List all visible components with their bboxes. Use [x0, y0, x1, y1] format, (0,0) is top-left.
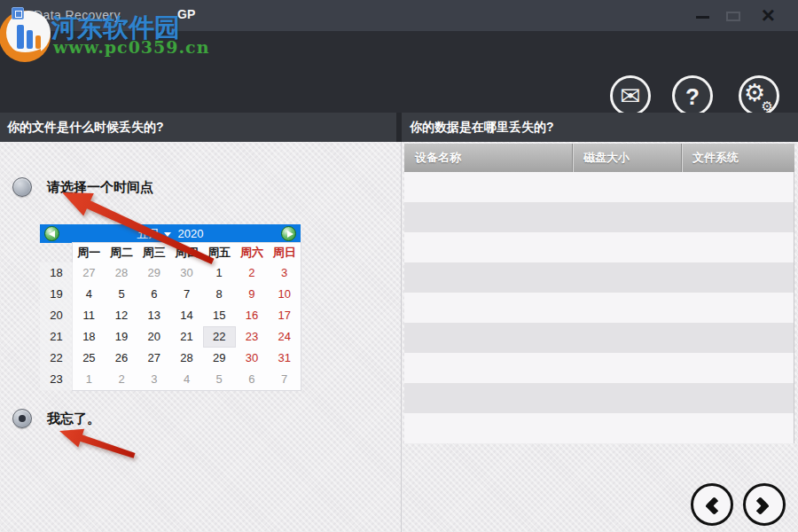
weekday-label: 周四 [170, 243, 203, 262]
calendar-day[interactable]: 28 [106, 262, 138, 284]
table-row [404, 293, 794, 323]
calendar-day[interactable]: 1 [73, 369, 106, 390]
calendar-day[interactable]: 30 [170, 262, 203, 284]
calendar-week-row: 25262728293031 [73, 348, 301, 369]
table-row [404, 383, 794, 413]
calendar-day[interactable]: 22 [203, 326, 236, 348]
weekday-row: 周一周二周三周四周五周六周日 [73, 243, 301, 262]
chevron-right-icon [751, 497, 770, 515]
calendar-day[interactable]: 6 [137, 284, 170, 305]
calendar-day[interactable]: 21 [170, 326, 203, 348]
calendar-day[interactable]: 7 [268, 369, 301, 390]
week-number: 21 [40, 326, 73, 348]
calendar-week-row: 45678910 [73, 284, 301, 305]
column-header-device-name[interactable]: 设备名称 [404, 144, 572, 172]
calendar-day[interactable]: 29 [137, 262, 170, 284]
table-row [404, 202, 794, 232]
week-number: 20 [40, 305, 73, 326]
calendar-day[interactable]: 16 [236, 305, 269, 326]
option-pick-time[interactable]: 请选择一个时间点 [12, 177, 153, 197]
calendar-day[interactable]: 2 [106, 369, 138, 390]
calendar-day[interactable]: 27 [137, 348, 170, 369]
chevron-left-icon [705, 497, 724, 515]
calendar-title: 五月2020 [40, 224, 301, 243]
weekday-label: 周六 [236, 243, 269, 262]
column-header-file-system[interactable]: 文件系统 [681, 144, 794, 172]
calendar: 五月2020 周一周二周三周四周五周六周日 181920212223 27282… [40, 224, 301, 390]
watermark-logo [0, 10, 53, 65]
app-icon [12, 7, 24, 20]
week-number: 18 [40, 262, 73, 284]
calendar-week-row: 11121314151617 [73, 305, 301, 326]
calendar-next-button[interactable] [281, 226, 296, 241]
envelope-icon: ✉ [613, 82, 648, 112]
minimize-icon[interactable] [696, 16, 709, 19]
calendar-day[interactable]: 7 [170, 284, 203, 305]
calendar-day[interactable]: 3 [137, 369, 170, 390]
close-icon[interactable]: × [762, 2, 775, 28]
calendar-day[interactable]: 9 [236, 284, 269, 305]
calendar-day[interactable]: 13 [137, 305, 170, 326]
calendar-day[interactable]: 18 [73, 326, 106, 348]
option-forgot-label: 我忘了。 [47, 411, 100, 427]
calendar-day[interactable]: 23 [236, 326, 269, 348]
calendar-day[interactable]: 19 [106, 326, 138, 348]
option-forgot[interactable]: 我忘了。 [12, 409, 100, 428]
calendar-day[interactable]: 10 [268, 284, 301, 305]
calendar-day[interactable]: 4 [73, 284, 106, 305]
calendar-day[interactable]: 3 [268, 262, 301, 284]
column-header-disk-size[interactable]: 磁盘大小 [572, 144, 681, 172]
back-button[interactable] [691, 483, 733, 526]
calendar-day[interactable]: 17 [268, 305, 301, 326]
calendar-day[interactable]: 29 [203, 348, 236, 369]
table-row [404, 262, 794, 293]
weekday-label: 周二 [106, 243, 138, 262]
week-number: 23 [40, 369, 73, 390]
watermark-site-url: www.pc0359.cn [53, 37, 210, 57]
calendar-day[interactable]: 14 [170, 305, 203, 326]
calendar-day[interactable]: 20 [137, 326, 170, 348]
left-panel-header: 你的文件是什么时候丢失的? [0, 113, 396, 142]
calendar-day[interactable]: 5 [106, 284, 138, 305]
calendar-day[interactable]: 11 [73, 305, 106, 326]
device-table-header: 设备名称 磁盘大小 文件系统 [404, 144, 794, 172]
forward-button[interactable] [743, 483, 786, 526]
option-pick-time-label: 请选择一个时间点 [47, 179, 153, 196]
week-number-column: 181920212223 [40, 262, 73, 390]
calendar-day[interactable]: 25 [73, 348, 106, 369]
maximize-icon[interactable] [726, 12, 740, 21]
month-dropdown[interactable]: 五月 [137, 227, 178, 240]
calendar-day[interactable]: 27 [73, 262, 106, 284]
weekday-label: 周三 [137, 243, 170, 262]
calendar-day[interactable]: 31 [268, 348, 301, 369]
calendar-day[interactable]: 1 [203, 262, 236, 284]
calendar-day[interactable]: 24 [268, 326, 301, 348]
question-icon: ? [675, 82, 710, 111]
calendar-day[interactable]: 2 [236, 262, 269, 284]
calendar-day[interactable]: 30 [236, 348, 269, 369]
radio-unselected-icon[interactable] [12, 177, 32, 197]
year-label: 2020 [178, 227, 204, 240]
weekday-label: 周日 [268, 243, 301, 262]
table-row [404, 353, 794, 383]
week-number: 19 [40, 284, 73, 305]
date-grid: 2728293012345678910111213141516171819202… [73, 262, 301, 390]
calendar-day[interactable]: 6 [236, 369, 269, 390]
calendar-day[interactable]: 28 [170, 348, 203, 369]
chevron-down-icon [164, 232, 171, 237]
weekday-label: 周五 [203, 243, 236, 262]
month-label: 五月 [137, 227, 160, 240]
calendar-day[interactable]: 4 [170, 369, 203, 390]
calendar-day[interactable]: 15 [203, 305, 236, 326]
calendar-day[interactable]: 12 [106, 305, 138, 326]
calendar-week-row: 18192021222324 [73, 326, 301, 348]
calendar-day[interactable]: 8 [203, 284, 236, 305]
table-row [404, 413, 794, 443]
calendar-day[interactable]: 5 [203, 369, 236, 390]
weekday-label: 周一 [73, 243, 106, 262]
week-number: 22 [40, 348, 73, 369]
gear-small-icon: ⚙ [762, 99, 773, 113]
radio-selected-icon[interactable] [12, 409, 32, 428]
calendar-day[interactable]: 26 [106, 348, 138, 369]
device-table-body [404, 172, 794, 443]
